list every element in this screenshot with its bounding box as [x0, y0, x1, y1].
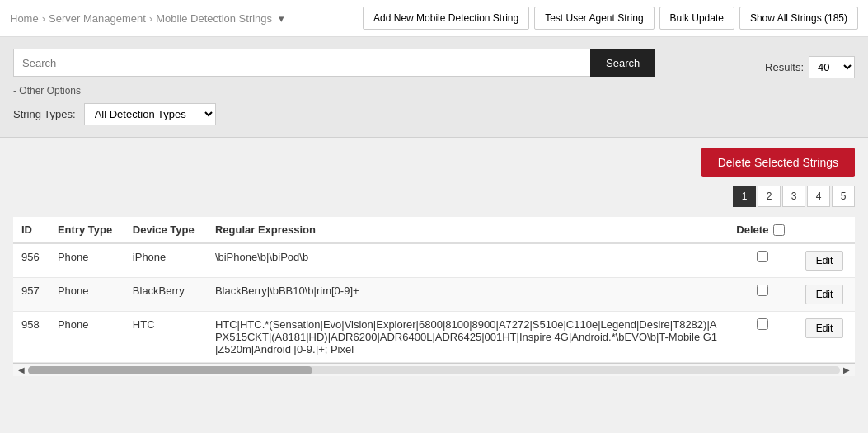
top-bar: Home › Server Management › Mobile Detect… — [0, 0, 868, 37]
select-all-checkbox[interactable] — [773, 224, 785, 236]
breadcrumb-sep-1: › — [42, 12, 45, 25]
row-delete-checkbox-cell — [728, 243, 796, 278]
search-input[interactable] — [13, 49, 590, 77]
breadcrumb-mobile[interactable]: Mobile Detection Strings — [156, 12, 272, 25]
delete-selected-button[interactable]: Delete Selected Strings — [701, 148, 855, 177]
scrollbar-track[interactable] — [28, 366, 840, 374]
edit-button-row-1[interactable]: Edit — [805, 285, 844, 304]
page-3-button[interactable]: 3 — [782, 186, 805, 207]
pagination: 1 2 3 4 5 — [13, 186, 855, 207]
other-options-toggle[interactable]: - Other Options — [13, 85, 855, 96]
row-delete-checkbox[interactable] — [757, 318, 768, 330]
breadcrumb-sep-2: › — [149, 12, 152, 25]
results-select[interactable]: 40 20 60 100 — [809, 56, 855, 78]
content-area: Delete Selected Strings 1 2 3 4 5 ID Ent… — [0, 138, 868, 386]
table-row: 956 Phone iPhone \biPhone\b|\biPod\b Edi… — [13, 243, 855, 278]
col-edit-action — [797, 217, 855, 243]
breadcrumb-dropdown-icon[interactable]: ▾ — [279, 12, 284, 25]
row-id: 958 — [13, 312, 49, 363]
row-id: 957 — [13, 278, 49, 312]
row-id: 956 — [13, 243, 49, 278]
breadcrumb-server[interactable]: Server Management — [49, 12, 146, 25]
search-row: Search — [13, 49, 765, 77]
row-delete-checkbox-cell — [728, 312, 796, 363]
test-user-agent-button[interactable]: Test User Agent String — [534, 7, 654, 30]
row-entry-type: Phone — [49, 278, 124, 312]
col-device-type: Device Type — [124, 217, 207, 243]
filter-row: String Types: All Detection Types Phone … — [13, 103, 855, 125]
breadcrumb-home[interactable]: Home — [10, 12, 39, 25]
col-entry-type: Entry Type — [49, 217, 124, 243]
breadcrumb: Home › Server Management › Mobile Detect… — [10, 12, 284, 25]
row-device-type: iPhone — [124, 243, 207, 278]
bulk-update-button[interactable]: Bulk Update — [659, 7, 734, 30]
col-regex: Regular Expression — [207, 217, 728, 243]
page-5-button[interactable]: 5 — [832, 186, 855, 207]
search-button[interactable]: Search — [590, 49, 655, 77]
search-area: Search Results: 40 20 60 100 - Other Opt… — [0, 37, 868, 138]
row-regex: \biPhone\b|\biPod\b — [207, 243, 728, 278]
row-edit-cell: Edit — [797, 243, 855, 278]
row-device-type: HTC — [124, 312, 207, 363]
col-delete: Delete — [728, 217, 796, 243]
results-label: Results: 40 20 60 100 — [765, 56, 855, 78]
edit-button-row-2[interactable]: Edit — [805, 318, 844, 338]
top-buttons: Add New Mobile Detection String Test Use… — [363, 7, 858, 30]
filter-label: String Types: — [13, 108, 76, 120]
row-device-type: BlackBerry — [124, 278, 207, 312]
row-regex: BlackBerry|\bBB10\b|rim[0-9]+ — [207, 278, 728, 312]
edit-button-row-0[interactable]: Edit — [805, 251, 844, 271]
results-text: Results: — [765, 61, 804, 73]
col-id: ID — [13, 217, 49, 243]
page-4-button[interactable]: 4 — [807, 186, 830, 207]
row-edit-cell: Edit — [797, 278, 855, 312]
scrollbar-thumb[interactable] — [28, 366, 312, 374]
horizontal-scrollbar[interactable]: ◀ ▶ — [13, 363, 855, 376]
page-2-button[interactable]: 2 — [758, 186, 781, 207]
scroll-left-icon[interactable]: ◀ — [15, 365, 28, 374]
table-row: 958 Phone HTC HTC|HTC.*(Sensation|Evo|Vi… — [13, 312, 855, 363]
row-edit-cell: Edit — [797, 312, 855, 363]
scroll-right-icon[interactable]: ▶ — [840, 365, 853, 374]
row-regex: HTC|HTC.*(Sensation|Evo|Vision|Explorer|… — [207, 312, 728, 363]
row-delete-checkbox-cell — [728, 278, 796, 312]
row-entry-type: Phone — [49, 243, 124, 278]
page-1-button[interactable]: 1 — [733, 186, 756, 207]
show-all-button[interactable]: Show All Strings (185) — [739, 7, 858, 30]
action-row: Delete Selected Strings — [13, 148, 855, 177]
detection-strings-table: ID Entry Type Device Type Regular Expres… — [13, 217, 855, 363]
row-entry-type: Phone — [49, 312, 124, 363]
string-types-select[interactable]: All Detection Types Phone Tablet Other — [84, 103, 216, 125]
row-delete-checkbox[interactable] — [757, 251, 768, 262]
row-delete-checkbox[interactable] — [757, 285, 768, 296]
table-row: 957 Phone BlackBerry BlackBerry|\bBB10\b… — [13, 278, 855, 312]
add-new-button[interactable]: Add New Mobile Detection String — [363, 7, 529, 30]
